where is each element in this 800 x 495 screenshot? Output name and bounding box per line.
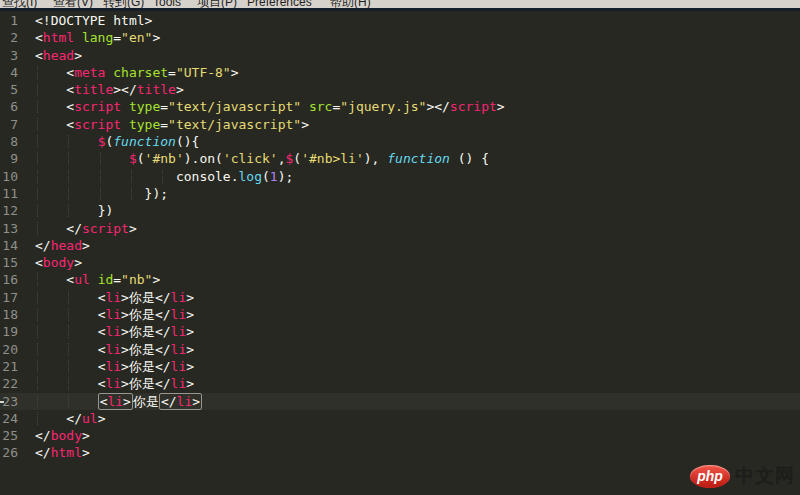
code-token: > [123, 394, 131, 409]
code-token: head [51, 238, 82, 253]
indent-guide [66, 134, 97, 149]
line-number: 7 [0, 116, 18, 133]
code-text: <meta charset="UTF-8"> [18, 64, 239, 81]
code-token: ( [293, 151, 301, 166]
indent-guide [66, 290, 97, 305]
indent-guide [35, 290, 66, 305]
code-line[interactable]: 19 <li>你是</li> [0, 323, 800, 340]
watermark-text: 中文网 [735, 463, 795, 489]
code-line[interactable]: 20 <li>你是</li> [0, 341, 800, 358]
code-line[interactable]: 7 <script type="text/javascript"> [0, 116, 800, 133]
code-text: }) [18, 202, 113, 219]
code-token: "nb" [121, 272, 152, 287]
code-line[interactable]: 10 console.log(1); [0, 168, 800, 185]
code-text: <li>你是</li> [18, 375, 194, 392]
php-logo-badge: php [690, 465, 730, 488]
code-token: 你是 [129, 307, 155, 322]
menu-item-tools[interactable]: Tools [153, 0, 181, 8]
indent-guide [129, 186, 145, 201]
line-number: 19 [0, 323, 18, 340]
watermark: php 中文网 [690, 463, 795, 489]
code-token: title [74, 82, 113, 97]
code-token: li [171, 307, 187, 322]
indent-guide [66, 359, 97, 374]
code-line[interactable]: 15<body> [0, 254, 800, 271]
menu-item-view[interactable]: 查看(V) [53, 0, 93, 8]
code-token: li [107, 394, 123, 409]
code-token: ( [137, 151, 145, 166]
code-line[interactable]: 22 <li>你是</li> [0, 375, 800, 392]
menu-item-help[interactable]: 帮助(H) [330, 0, 371, 8]
line-number: 20 [0, 341, 18, 358]
indent-guide [35, 117, 66, 132]
code-token: src [309, 99, 332, 114]
code-token: > [129, 221, 137, 236]
code-token: > [186, 290, 194, 305]
line-number: 17 [0, 289, 18, 306]
code-line[interactable]: 1<!DOCTYPE html> [0, 12, 800, 29]
menu-item-project[interactable]: 项目(P) [197, 0, 237, 8]
code-line[interactable]: 26</html> [0, 444, 800, 461]
code-token: > [186, 359, 194, 374]
menu-item-goto[interactable]: 转到(G) [103, 0, 144, 8]
code-token: 你是 [129, 290, 155, 305]
line-number: 13 [0, 220, 18, 237]
line-number: 9 [0, 150, 18, 167]
indent-guide [66, 394, 97, 409]
indent-guide [35, 82, 66, 97]
code-line[interactable]: 5 <title></title> [0, 81, 800, 98]
line-number: 14 [0, 237, 18, 254]
code-line[interactable]: 25</body> [0, 427, 800, 444]
code-text: <html lang="en"> [18, 29, 160, 46]
code-token: 你是 [129, 376, 155, 391]
code-line[interactable]: 9 $('#nb').on('click',$('#nb>li'), funct… [0, 150, 800, 167]
code-line[interactable]: 12 }) [0, 202, 800, 219]
line-number: 8 [0, 133, 18, 150]
code-line[interactable]: 16 <ul id="nb"> [0, 271, 800, 288]
code-token: < [66, 82, 74, 97]
code-token [301, 99, 309, 114]
line-number: 6 [0, 98, 18, 115]
indent-guide [35, 324, 66, 339]
code-line[interactable]: 11 }); [0, 185, 800, 202]
code-token: <!DOCTYPE html> [35, 13, 152, 28]
code-token: lang [82, 30, 113, 45]
code-token [121, 99, 129, 114]
code-line[interactable]: 4 <meta charset="UTF-8"> [0, 64, 800, 81]
code-line[interactable]: 6 <script type="text/javascript" src="jq… [0, 98, 800, 115]
code-line[interactable]: 23 <li>你是</li> [0, 393, 800, 410]
code-token: "jquery.js" [340, 99, 426, 114]
code-token: "text/javascript" [168, 117, 301, 132]
code-token: }) [98, 203, 114, 218]
line-number: 5 [0, 81, 18, 98]
code-token: 你是 [129, 324, 155, 339]
indent-guide [66, 203, 97, 218]
indent-guide [98, 186, 129, 201]
line-number: 25 [0, 427, 18, 444]
code-line[interactable]: 3<head> [0, 47, 800, 64]
menu-item-find[interactable]: 查找(I) [2, 0, 37, 8]
indent-guide [66, 342, 97, 357]
code-token [90, 272, 98, 287]
code-token: > [186, 324, 194, 339]
code-line[interactable]: 2<html lang="en"> [0, 29, 800, 46]
code-token: function [113, 134, 176, 149]
code-line[interactable]: 18 <li>你是</li> [0, 306, 800, 323]
code-line[interactable]: 21 <li>你是</li> [0, 358, 800, 375]
code-token: 你是 [133, 394, 159, 409]
indent-guide [160, 169, 176, 184]
code-line[interactable]: 13 </script> [0, 220, 800, 237]
code-token: html [51, 445, 82, 460]
menu-item-preferences[interactable]: Preferences [247, 0, 312, 8]
code-token: < [66, 117, 74, 132]
code-line[interactable]: 8 $(function(){ [0, 133, 800, 150]
code-token: '#nb>li' [301, 151, 364, 166]
code-line[interactable]: 17 <li>你是</li> [0, 289, 800, 306]
code-line[interactable]: 24 </ul> [0, 410, 800, 427]
code-token: 你是 [129, 342, 155, 357]
indent-guide [98, 169, 129, 184]
code-line[interactable]: 14</head> [0, 237, 800, 254]
code-token: }); [145, 186, 168, 201]
code-editor[interactable]: 1<!DOCTYPE html>2<html lang="en">3<head>… [0, 11, 800, 495]
code-token: > [301, 117, 309, 132]
